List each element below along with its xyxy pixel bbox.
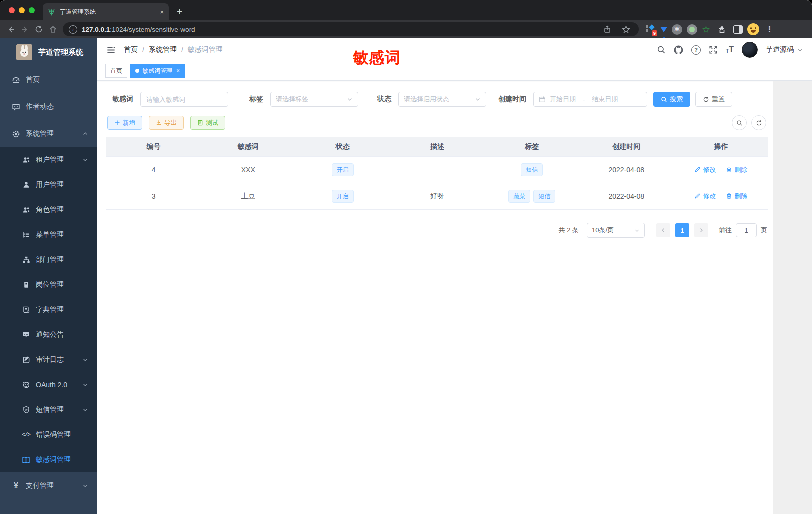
status-badge: 开启: [332, 163, 354, 176]
chevron-left-icon: [660, 227, 666, 233]
funnel-extension-icon[interactable]: [660, 27, 668, 32]
forward-icon[interactable]: [18, 22, 32, 36]
shield-icon: [22, 406, 30, 414]
side-panel-icon[interactable]: [734, 25, 743, 34]
pagination-goto: 前往 页: [719, 223, 768, 237]
sidebar-item-audit-log[interactable]: 审计日志: [0, 347, 98, 372]
tab-close-icon[interactable]: ×: [160, 8, 164, 16]
puzzle-extensions-icon[interactable]: [715, 22, 729, 36]
new-tab-button[interactable]: +: [177, 6, 182, 20]
fullscreen-icon[interactable]: [709, 45, 718, 54]
breadcrumb-home[interactable]: 首页: [124, 45, 138, 54]
add-button[interactable]: 新增: [108, 116, 142, 130]
sidebar-item-user[interactable]: 用户管理: [0, 172, 98, 197]
command-extension-icon[interactable]: ⌘: [672, 24, 682, 35]
end-date-placeholder: 结束日期: [592, 95, 618, 104]
sidebar-item-label: 首页: [26, 75, 40, 84]
edit-link[interactable]: 修改: [694, 165, 716, 174]
sidebar-item-label: OAuth 2.0: [36, 381, 68, 389]
sidebar-item-label: 短信管理: [36, 405, 64, 414]
sidebar-item-label: 菜单管理: [36, 230, 64, 239]
site-info-icon[interactable]: i: [69, 25, 78, 34]
cell-id: 3: [106, 183, 201, 210]
star-extension-icon[interactable]: ☆: [702, 25, 710, 34]
edit-link[interactable]: 修改: [694, 192, 716, 201]
test-button[interactable]: 测试: [190, 116, 226, 130]
breadcrumb-system[interactable]: 系统管理: [149, 45, 177, 54]
sidebar-item-author-news[interactable]: 作者动态: [0, 93, 98, 120]
notice-icon: [22, 331, 30, 339]
share-icon[interactable]: [600, 22, 614, 36]
start-date-placeholder: 开始日期: [550, 95, 576, 104]
tag-select[interactable]: 请选择标签: [270, 92, 358, 107]
chevron-down-icon: [475, 96, 481, 102]
tag-sensitive-word[interactable]: 敏感词管理 ×: [130, 64, 185, 78]
chrome-menu-icon[interactable]: ⋮: [766, 25, 774, 34]
export-button[interactable]: 导出: [149, 116, 184, 130]
tab-manager-extension-icon[interactable]: 9: [645, 24, 656, 35]
status-select[interactable]: 请选择启用状态: [398, 92, 486, 107]
font-size-icon[interactable]: TT: [726, 46, 734, 54]
tag-close-icon[interactable]: ×: [176, 67, 180, 74]
show-search-button[interactable]: [732, 115, 747, 130]
sidebar-item-tenant[interactable]: 租户管理: [0, 147, 98, 172]
sidebar-item-menu[interactable]: 菜单管理: [0, 222, 98, 247]
chevron-up-icon: [82, 131, 88, 137]
tag-home[interactable]: 首页: [106, 64, 128, 78]
reset-button[interactable]: 重置: [696, 92, 732, 107]
recorder-extension-icon[interactable]: [687, 24, 698, 35]
filter-status-label: 状态: [378, 95, 392, 104]
chevron-down-icon: [82, 357, 88, 363]
sidebar-item-dept[interactable]: 部门管理: [0, 247, 98, 272]
reload-icon[interactable]: [32, 22, 46, 36]
sidebar-item-home[interactable]: 首页: [0, 66, 98, 93]
sidebar-item-system[interactable]: 系统管理: [0, 120, 98, 147]
sidebar-item-dict[interactable]: 字典管理: [0, 297, 98, 322]
github-icon[interactable]: [674, 45, 684, 55]
sidebar-item-notice[interactable]: 通知公告: [0, 322, 98, 347]
goto-page-input[interactable]: [736, 223, 757, 237]
refresh-table-button[interactable]: [752, 115, 766, 130]
navbar-actions: ? TT 芋道源码: [657, 42, 803, 58]
zoom-window-button[interactable]: [29, 7, 35, 13]
sidebar-item-errcode[interactable]: </> 错误码管理: [0, 422, 98, 447]
date-range-picker[interactable]: 开始日期 - 结束日期: [534, 92, 648, 107]
table-settings: [732, 115, 768, 130]
browser-toolbar: i 127.0.0.1:1024/system/sensitive-word 9…: [0, 20, 812, 38]
user-avatar[interactable]: [742, 42, 758, 58]
table-toolbar: 新增 导出 测试: [108, 115, 768, 130]
sidebar-item-oauth[interactable]: OAuth 2.0: [0, 372, 98, 397]
page-size-select[interactable]: 10条/页: [587, 223, 645, 238]
prev-page-button[interactable]: [656, 223, 670, 237]
sidebar-item-role[interactable]: 角色管理: [0, 197, 98, 222]
minimize-window-button[interactable]: [19, 7, 25, 13]
sidebar-item-post[interactable]: 岗位管理: [0, 272, 98, 297]
home-icon[interactable]: [46, 22, 60, 36]
app-logo[interactable]: 芋道管理系统: [0, 38, 98, 66]
badge-icon: [22, 281, 30, 289]
breadcrumb: 首页 / 系统管理 / 敏感词管理: [124, 45, 223, 54]
sidebar-item-pay[interactable]: ¥ 支付管理: [0, 472, 98, 499]
user-name[interactable]: 芋道源码: [766, 45, 803, 54]
code-icon: </>: [22, 431, 30, 439]
browser-tab[interactable]: 芋道管理系统 ×: [43, 3, 169, 20]
next-page-button[interactable]: [694, 223, 708, 237]
profile-avatar[interactable]: [748, 23, 760, 35]
delete-link[interactable]: 删除: [726, 192, 748, 201]
bookmark-star-icon[interactable]: [619, 22, 633, 36]
chevron-down-icon: [634, 228, 640, 233]
url-bar[interactable]: i 127.0.0.1:1024/system/sensitive-word: [63, 22, 639, 36]
search-icon[interactable]: [657, 45, 666, 54]
page-number-button[interactable]: 1: [676, 223, 690, 237]
active-dot: [136, 69, 140, 73]
delete-link[interactable]: 删除: [726, 165, 748, 174]
sensitive-word-input[interactable]: [140, 92, 228, 107]
help-icon[interactable]: ?: [692, 45, 701, 55]
close-window-button[interactable]: [9, 7, 15, 13]
search-button[interactable]: 搜索: [654, 92, 690, 107]
sidebar-item-sms[interactable]: 短信管理: [0, 397, 98, 422]
menu-fold-icon[interactable]: [106, 45, 116, 55]
sidebar-item-sensitive-word[interactable]: 敏感词管理: [0, 447, 98, 472]
favicon-leaf-icon: [48, 8, 56, 16]
back-icon[interactable]: [4, 22, 18, 36]
